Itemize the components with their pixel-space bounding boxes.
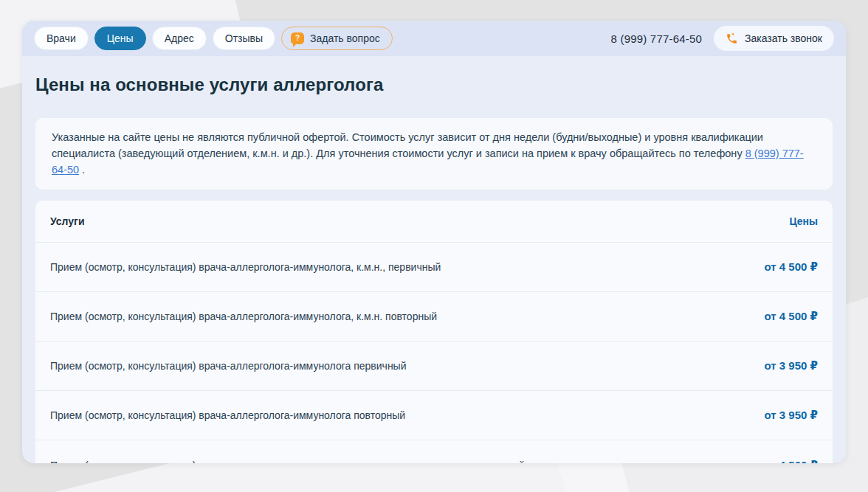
ask-question-label: Задать вопрос xyxy=(310,32,380,44)
nav-tab-tseny[interactable]: Цены xyxy=(94,27,146,50)
price-table-row: Прием (осмотр, консультация) врача-аллер… xyxy=(35,342,833,391)
ask-question-button[interactable]: ? Задать вопрос xyxy=(281,27,393,50)
clinic-prices-card: ВрачиЦеныАдресОтзывы ? Задать вопрос 8 (… xyxy=(22,21,846,463)
nav-tab-adres[interactable]: Адрес xyxy=(152,27,207,50)
service-name: Прием (осмотр, консультация) врача-аллер… xyxy=(50,460,525,463)
question-bubble-icon: ? xyxy=(291,32,304,44)
column-header-prices: Цены xyxy=(789,215,818,227)
price-table-body: Прием (осмотр, консультация) врача-аллер… xyxy=(35,243,833,463)
service-price: от 3 950 ₽ xyxy=(765,409,818,422)
price-table-row: Прием (осмотр, консультация) врача-аллер… xyxy=(35,391,833,440)
nav-tab-otzyvy[interactable]: Отзывы xyxy=(213,27,275,50)
nav-contacts: 8 (999) 777-64-50 Заказать звонок xyxy=(611,26,834,51)
phone-callback-icon xyxy=(726,32,738,45)
service-price: от 3 950 ₽ xyxy=(765,359,818,373)
service-name: Прием (осмотр, консультация) врача-аллер… xyxy=(50,261,441,273)
service-name: Прием (осмотр, консультация) врача-аллер… xyxy=(50,360,407,372)
price-disclaimer: Указанные на сайте цены не являются публ… xyxy=(35,118,833,190)
question-glyph: ? xyxy=(295,35,300,42)
price-table: Услуги Цены Прием (осмотр, консультация)… xyxy=(35,201,833,463)
price-table-row: Прием (осмотр, консультация) врача-аллер… xyxy=(35,243,833,292)
order-call-button[interactable]: Заказать звонок xyxy=(714,26,834,51)
price-table-row: Прием (осмотр, консультация) врача-аллер… xyxy=(35,292,833,342)
price-table-header: Услуги Цены xyxy=(35,201,833,243)
service-name: Прием (осмотр, консультация) врача-аллер… xyxy=(50,409,405,421)
nav-tab-vrachi[interactable]: Врачи xyxy=(34,27,89,50)
column-header-services: Услуги xyxy=(50,215,85,227)
section-navbar: ВрачиЦеныАдресОтзывы ? Задать вопрос 8 (… xyxy=(22,21,846,56)
service-price: от 4 500 ₽ xyxy=(765,310,818,323)
price-table-row: Прием (осмотр, консультация) врача-аллер… xyxy=(35,440,833,463)
service-price: от 4 500 ₽ xyxy=(765,260,818,274)
nav-tabs: ВрачиЦеныАдресОтзывы ? Задать вопрос xyxy=(34,27,393,50)
header-phone-number[interactable]: 8 (999) 777-64-50 xyxy=(611,32,702,45)
disclaimer-text: Указанные на сайте цены не являются публ… xyxy=(52,131,763,159)
page-title: Цены на основные услуги аллерголога xyxy=(22,74,846,96)
service-name: Прием (осмотр, консультация) врача-аллер… xyxy=(50,311,437,322)
order-call-label: Заказать звонок xyxy=(745,32,822,44)
service-price: от 4 500 ₽ xyxy=(765,459,818,463)
disclaimer-text-end: . xyxy=(79,164,85,176)
